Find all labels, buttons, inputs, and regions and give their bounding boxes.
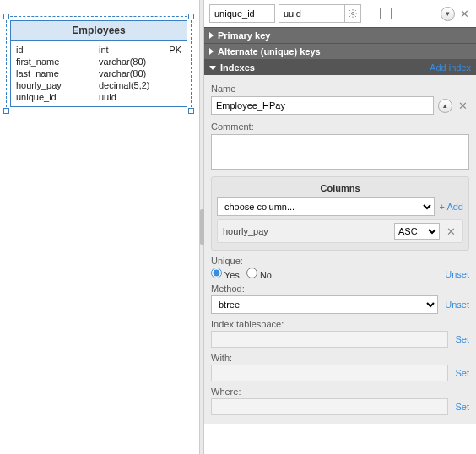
entity-column[interactable]: unique_iduuid	[16, 91, 181, 103]
col-name: first_name	[16, 57, 99, 67]
entity-employees[interactable]: Employees idintPKfirst_namevarchar(80)la…	[10, 20, 187, 107]
section-primary-key[interactable]: Primary key	[204, 27, 476, 43]
column-field-strip: ▾ ✕	[204, 0, 476, 27]
column-type-input[interactable]	[279, 4, 344, 23]
col-type: decimal(5,2)	[99, 80, 160, 90]
col-name: hourly_pay	[16, 80, 99, 90]
with-set-link[interactable]: Set	[455, 368, 469, 378]
columns-title: Columns	[217, 183, 463, 193]
checkbox-1[interactable]	[365, 8, 376, 19]
remove-column-icon[interactable]: ✕	[445, 225, 457, 238]
chevron-right-icon	[209, 32, 214, 39]
unique-label: Unique:	[211, 256, 308, 266]
section-label: Alternate (unique) keys	[218, 46, 321, 57]
col-pk	[160, 68, 181, 78]
section-indexes[interactable]: Indexes + Add index	[204, 59, 476, 75]
method-select[interactable]: btree	[211, 295, 438, 314]
col-type: uuid	[99, 92, 160, 102]
col-type: varchar(80)	[99, 68, 160, 78]
col-type: int	[99, 45, 160, 55]
collapse-icon[interactable]: ▴	[438, 99, 452, 113]
name-label: Name	[211, 84, 469, 94]
properties-panel: ▾ ✕ Primary key Alternate (unique) keys …	[204, 0, 476, 454]
sort-order-select[interactable]: ASC	[394, 223, 440, 240]
gear-icon[interactable]	[344, 4, 361, 23]
tablespace-label: Index tablespace:	[211, 319, 308, 329]
tablespace-set-link[interactable]: Set	[455, 334, 469, 344]
col-type: varchar(80)	[99, 57, 160, 67]
section-label: Primary key	[218, 30, 270, 41]
section-alternate-keys[interactable]: Alternate (unique) keys	[204, 43, 476, 59]
unique-yes[interactable]: Yes	[211, 268, 240, 280]
resize-handle[interactable]	[188, 14, 194, 19]
with-label: With:	[211, 353, 308, 363]
resize-handle[interactable]	[188, 108, 194, 114]
close-icon[interactable]: ✕	[458, 8, 471, 20]
method-unset-link[interactable]: Unset	[445, 300, 469, 310]
col-pk	[160, 80, 181, 90]
resize-handle[interactable]	[3, 14, 9, 19]
chevron-right-icon	[209, 48, 214, 55]
chevron-down-icon[interactable]: ▾	[441, 7, 455, 21]
unique-unset-link[interactable]: Unset	[445, 269, 469, 279]
col-pk	[160, 57, 181, 67]
column-name-input[interactable]	[209, 4, 275, 23]
where-field[interactable]	[211, 398, 448, 415]
resize-handle[interactable]	[3, 108, 9, 114]
svg-point-0	[352, 13, 354, 15]
col-name: unique_id	[16, 92, 99, 102]
index-editor: Name ▴ ✕ Comment: Columns choose column.…	[204, 75, 476, 424]
add-index-link[interactable]: + Add index	[422, 62, 471, 73]
remove-index-icon[interactable]: ✕	[457, 100, 469, 112]
chevron-down-icon	[209, 66, 216, 70]
unique-no[interactable]: No	[246, 268, 272, 280]
index-column-name: hourly_pay	[223, 226, 389, 236]
choose-column-select[interactable]: choose column...	[217, 197, 435, 216]
entity-title[interactable]: Employees	[11, 21, 187, 41]
where-set-link[interactable]: Set	[455, 402, 469, 412]
index-name-input[interactable]	[211, 96, 434, 115]
comment-label: Comment:	[211, 122, 469, 132]
col-name: last_name	[16, 68, 99, 78]
entity-column[interactable]: hourly_paydecimal(5,2)	[16, 79, 181, 91]
col-pk: PK	[160, 45, 181, 55]
col-pk	[160, 92, 181, 102]
index-columns-box: Columns choose column... + Add hourly_pa…	[211, 176, 469, 251]
checkbox-2[interactable]	[380, 8, 392, 19]
with-field[interactable]	[211, 365, 448, 381]
diagram-canvas[interactable]: Employees idintPKfirst_namevarchar(80)la…	[0, 0, 199, 454]
index-column-row: hourly_pay ASC ✕	[217, 219, 463, 243]
index-comment-textarea[interactable]	[211, 134, 469, 170]
entity-columns: idintPKfirst_namevarchar(80)last_namevar…	[11, 41, 187, 106]
where-label: Where:	[211, 386, 308, 397]
col-name: id	[16, 45, 99, 55]
entity-column[interactable]: idintPK	[16, 44, 181, 56]
tablespace-field[interactable]	[211, 331, 448, 348]
entity-column[interactable]: last_namevarchar(80)	[16, 68, 181, 79]
entity-column[interactable]: first_namevarchar(80)	[16, 56, 181, 68]
method-label: Method:	[211, 284, 308, 294]
add-column-link[interactable]: + Add	[440, 202, 463, 212]
section-label: Indexes	[220, 62, 255, 73]
